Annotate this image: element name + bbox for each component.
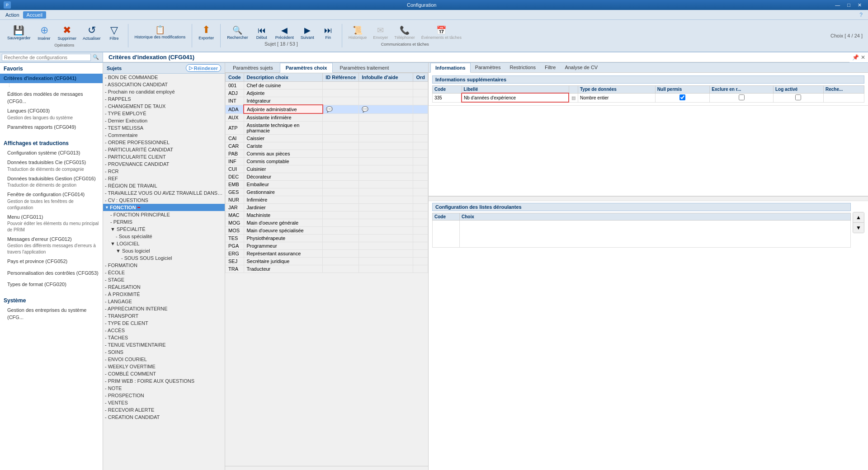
- tab-informations[interactable]: Informations: [430, 63, 471, 73]
- prev-button[interactable]: ◀ Précédent: [273, 25, 297, 41]
- search-icon[interactable]: 🔍: [91, 54, 101, 60]
- tab-restrictions[interactable]: Restrictions: [505, 63, 540, 72]
- sidebar-item-cfg052[interactable]: Pays et province (CFG052): [0, 257, 103, 266]
- list-item[interactable]: - ENVOI COURIEL: [103, 356, 225, 363]
- save-button[interactable]: 💾 Sauvegarder: [5, 24, 33, 42]
- sidebar-item-cfg-msg[interactable]: Édition des modèles de messages (CFG0...: [0, 89, 103, 106]
- sidebar-item-cfg020[interactable]: Types de format (CFG020): [0, 280, 103, 289]
- list-item[interactable]: - TRANSPORT: [103, 312, 225, 320]
- last-button[interactable]: ⏭ Fin: [318, 25, 338, 41]
- list-item[interactable]: - ACCÈS: [103, 327, 225, 334]
- list-item[interactable]: - RECEVOIR ALERTE: [103, 406, 225, 414]
- list-item[interactable]: - COMBLÉ COMMENT: [103, 370, 225, 377]
- list-item[interactable]: - RÉALISATION: [103, 283, 225, 291]
- events-button[interactable]: 📅 Événements et tâches: [419, 25, 464, 41]
- list-item[interactable]: - PRIM WEB : FOIRE AUX QUESTIONS: [103, 377, 225, 385]
- sidebar-item-cfg053[interactable]: Personnalisation des contrôles (CFG053): [0, 268, 103, 278]
- sidebar-item-cfg049[interactable]: Paramètres rapports (CFG049): [0, 122, 103, 132]
- close-button[interactable]: ✕: [855, 2, 864, 8]
- delete-button[interactable]: ✖ Supprimer: [55, 24, 80, 42]
- sidebar-item-cfg003[interactable]: Langues (CFG003) Gestion des langues du …: [0, 106, 103, 122]
- list-item[interactable]: - TENUE VESTIMENTAIRE: [103, 341, 225, 348]
- log-checkbox[interactable]: [795, 94, 801, 100]
- list-item[interactable]: - PARTICULARITÉ CANDIDAT: [103, 146, 225, 153]
- tab-analyse-cv[interactable]: Analyse de CV: [560, 63, 602, 72]
- list-item[interactable]: - APPRÉCIATION INTERNE: [103, 305, 225, 312]
- list-item[interactable]: - CV : QUESTIONS: [103, 197, 225, 204]
- minimize-button[interactable]: —: [832, 2, 843, 8]
- insert-button[interactable]: ⊕ Insérer: [34, 24, 54, 42]
- list-item[interactable]: - SOINS: [103, 348, 225, 356]
- list-item[interactable]: - WEEKLY OVERTIME: [103, 363, 225, 370]
- history2-button[interactable]: 📜 Historique: [346, 25, 370, 41]
- list-item[interactable]: - CHANGEMENT DE TAUX: [103, 103, 225, 110]
- list-item[interactable]: - SOUS SOUS Logiciel: [103, 254, 225, 262]
- list-item[interactable]: - Sous spécialité: [103, 233, 225, 240]
- filter-button[interactable]: ▽ Filtre: [104, 24, 124, 42]
- list-item[interactable]: - BON DE COMMANDE: [103, 74, 225, 81]
- tab-params-traitement[interactable]: Paramètres traitement: [334, 63, 395, 72]
- list-item[interactable]: ▼ Sous logiciel: [103, 247, 225, 254]
- list-item[interactable]: - VENTES: [103, 399, 225, 406]
- list-item[interactable]: - FONCTION PRINCIPALE: [103, 211, 225, 218]
- tab-parametres[interactable]: Paramètres: [471, 63, 505, 72]
- list-item[interactable]: - Dernier Exécution: [103, 117, 225, 124]
- pin-icon[interactable]: 📌: [852, 54, 859, 61]
- sidebar-item-cfg016[interactable]: Données traduisibles Gestion (CFG016) Tr…: [0, 174, 103, 190]
- search-button[interactable]: 🔍 Rechercher: [224, 25, 251, 41]
- tab-filtre[interactable]: Filtre: [540, 63, 560, 72]
- tab-params-sujets[interactable]: Paramètres sujets: [227, 63, 279, 72]
- list-item[interactable]: - PROVENANCE CANDIDAT: [103, 160, 225, 168]
- phone-button[interactable]: 📞 Téléphoner: [392, 25, 418, 41]
- list-item[interactable]: - À PROXIMITÉ: [103, 291, 225, 298]
- list-item[interactable]: - RÉGION DE TRAVAIL: [103, 182, 225, 189]
- send-button[interactable]: ✉ Envoyer: [370, 25, 391, 41]
- list-item[interactable]: - FORMATION: [103, 262, 225, 269]
- sidebar-item-cfg014[interactable]: Fenêtre de configuration (CFG014) Gestio…: [0, 190, 103, 212]
- choices-scrollbar[interactable]: [225, 466, 428, 470]
- list-item[interactable]: - RCR: [103, 168, 225, 175]
- list-item[interactable]: ▼ SPÉCIALITÉ: [103, 226, 225, 233]
- list-item-fonction[interactable]: ▼ FONCTION: [103, 204, 225, 211]
- list-item[interactable]: - TEST MELISSA: [103, 124, 225, 132]
- list-item[interactable]: - REF: [103, 175, 225, 182]
- arrow-up-button[interactable]: ▲: [853, 212, 864, 223]
- tab-params-choix[interactable]: Paramètres choix: [280, 63, 333, 73]
- sidebar-item-cfg-sys[interactable]: Gestion des entreprises du système (CFG.…: [0, 306, 103, 322]
- list-item[interactable]: - CRÉATION CANDIDAT: [103, 414, 225, 421]
- list-item[interactable]: - RAPPELS: [103, 95, 225, 103]
- reindexer-button[interactable]: ▷ Réindexer: [186, 64, 221, 72]
- export-button[interactable]: ⬆ Exporter: [196, 24, 217, 42]
- close-panel-icon[interactable]: ✕: [861, 54, 865, 61]
- refresh-button[interactable]: ↺ Actualiser: [80, 24, 104, 42]
- sidebar-item-cfg041[interactable]: Critères d'indexation (CFG041): [0, 74, 103, 83]
- first-button[interactable]: ⏮ Début: [252, 25, 272, 41]
- sidebar-item-cfg012[interactable]: Messages d'erreur (CFG012) Gestion des d…: [0, 235, 103, 257]
- menu-accueil[interactable]: Accueil: [23, 11, 46, 19]
- exclure-checkbox[interactable]: [739, 94, 745, 100]
- next-button[interactable]: ▶ Suivant: [297, 25, 317, 41]
- sidebar-item-cfg013[interactable]: Configuration système (CFG013): [0, 148, 103, 158]
- list-item[interactable]: - ORDRE PROFESSIONNEL: [103, 139, 225, 146]
- list-item[interactable]: - NOTE: [103, 385, 225, 392]
- arrow-down-button[interactable]: ▼: [853, 223, 864, 233]
- list-item[interactable]: - TYPE EMPLOYÉ: [103, 110, 225, 117]
- info-scrollbar[interactable]: [429, 196, 868, 201]
- list-item[interactable]: - Commentaire: [103, 132, 225, 139]
- list-item[interactable]: ▼ LOGICIEL: [103, 240, 225, 247]
- help-button[interactable]: ?: [856, 12, 866, 18]
- list-item[interactable]: - PROSPECTION: [103, 392, 225, 399]
- null-checkbox[interactable]: [679, 94, 685, 100]
- sidebar-item-cfg011[interactable]: Menu (CFG011) Pouvoir éditer les élément…: [0, 212, 103, 235]
- menu-action[interactable]: Action: [2, 11, 23, 19]
- list-item[interactable]: - LANGAGE: [103, 298, 225, 305]
- list-item[interactable]: - PERMIS: [103, 218, 225, 226]
- list-item[interactable]: - TYPE DE CLIENT: [103, 320, 225, 327]
- list-item[interactable]: - TRAVAILLEZ VOUS OU AVEZ TRAVAILLÉ DANS…: [103, 189, 225, 197]
- list-item[interactable]: - STAGE: [103, 276, 225, 283]
- sidebar-item-cfg015[interactable]: Données traduisibles Cie (CFG015) Traduc…: [0, 158, 103, 174]
- list-item[interactable]: - ÉCOLE: [103, 269, 225, 276]
- history-button[interactable]: 📋 Historique des modifications: [132, 24, 189, 41]
- search-input[interactable]: [2, 54, 91, 61]
- list-item[interactable]: - TÂCHES: [103, 334, 225, 341]
